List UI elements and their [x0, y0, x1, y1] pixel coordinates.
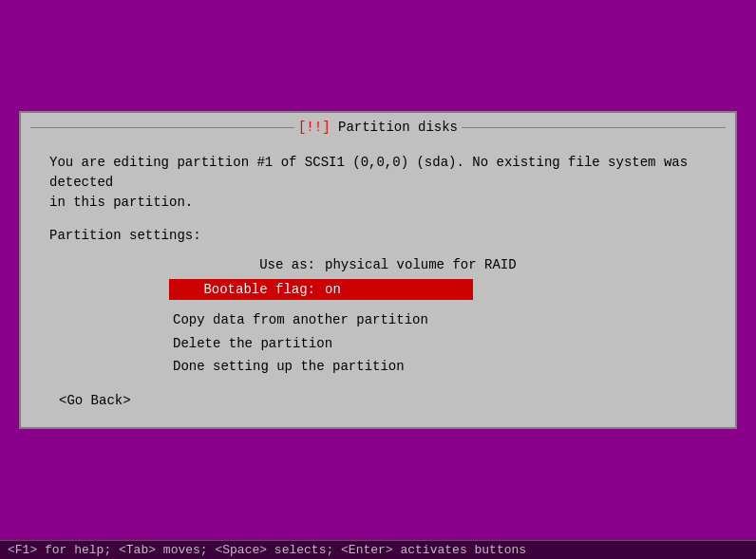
action-items: Copy data from another partition Delete … — [173, 309, 707, 377]
setting-row-bootable-flag[interactable]: Bootable flag: on — [169, 279, 473, 300]
action-copy-data[interactable]: Copy data from another partition — [173, 309, 707, 330]
title-text: Partition disks — [338, 120, 458, 135]
action-delete-partition[interactable]: Delete the partition — [173, 333, 707, 354]
action-done-setting-up[interactable]: Done setting up the partition — [173, 356, 707, 377]
description-text: You are editing partition #1 of SCSI1 (0… — [49, 153, 707, 213]
status-text: <F1> for help; <Tab> moves; <Space> sele… — [8, 543, 526, 557]
main-area: [!!] Partition disks You are editing par… — [0, 0, 756, 540]
setting-row-use-as[interactable]: Use as: physical volume for RAID — [173, 254, 707, 275]
status-bar: <F1> for help; <Tab> moves; <Space> sele… — [0, 540, 756, 559]
go-back-row: <Go Back> — [49, 393, 707, 408]
dialog-title: [!!] Partition disks — [294, 120, 462, 135]
partition-settings-label: Partition settings: — [49, 228, 707, 243]
dialog-header: [!!] Partition disks — [21, 121, 735, 134]
settings-table: Use as: physical volume for RAID Bootabl… — [173, 254, 707, 300]
dialog-box: [!!] Partition disks You are editing par… — [19, 111, 737, 428]
dialog-content: You are editing partition #1 of SCSI1 (0… — [21, 134, 735, 426]
use-as-value: physical volume for RAID — [325, 257, 517, 272]
use-as-label: Use as: — [173, 257, 325, 272]
bootable-flag-value: on — [325, 282, 341, 297]
bootable-flag-label: Bootable flag: — [173, 282, 325, 297]
description-line2: in this partition. — [49, 193, 707, 213]
go-back-button[interactable]: <Go Back> — [59, 393, 131, 408]
description-line1: You are editing partition #1 of SCSI1 (0… — [49, 153, 707, 193]
title-bang: [!!] — [298, 120, 331, 135]
